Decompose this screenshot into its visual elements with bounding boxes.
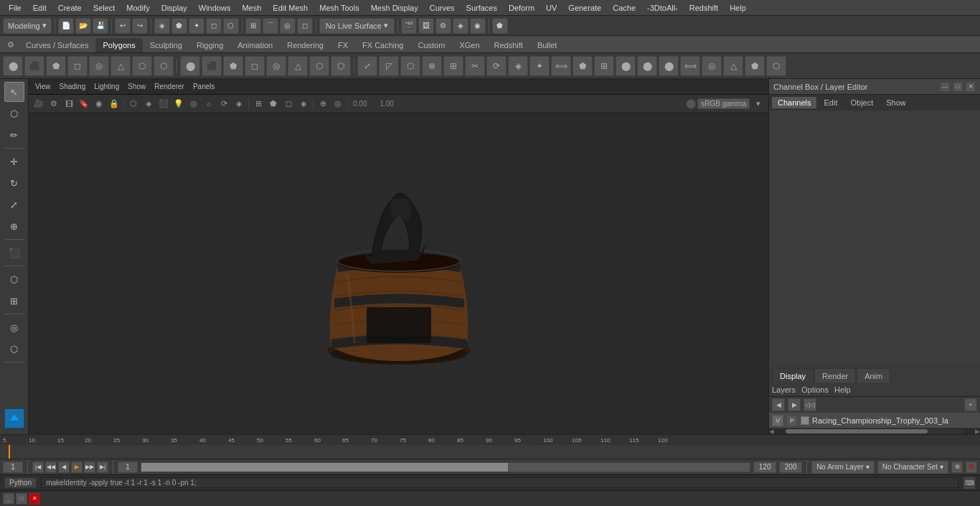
shelf-tab-polygons[interactable]: Polygons [95,38,142,52]
poly-disk-icon[interactable]: ⬡ [132,56,152,76]
play-forward-button[interactable]: ▶ [71,462,83,473]
color-space-icon[interactable] [686,99,696,109]
select-mode-button[interactable]: ◻ [206,18,222,34]
motion-blur-icon[interactable]: ⟳ [217,97,231,111]
panel-minimize-button[interactable]: — [940,82,950,92]
shelf-tab-rendering[interactable]: Rendering [280,38,331,52]
play-back-button[interactable]: ◀ [58,462,70,473]
smooth-icon[interactable]: ◎ [702,56,722,76]
measure-lt[interactable]: ◎ [4,317,24,337]
menu-cache[interactable]: Cache [607,2,641,14]
mirror-icon[interactable]: ⟺ [680,56,700,76]
menu-generate[interactable]: Generate [562,2,607,14]
menu-redshift[interactable]: Redshift [684,2,724,14]
snap-grid-button[interactable]: ⊞ [245,18,261,34]
playback-end-input[interactable] [779,462,802,473]
vp-lighting-menu[interactable]: Lighting [90,82,123,91]
nurbs-cyl-icon[interactable]: ⬟ [223,56,243,76]
menu-windows[interactable]: Windows [193,2,237,14]
shelf-tab-xgen[interactable]: XGen [452,38,486,52]
vp-renderer-menu[interactable]: Renderer [151,82,188,91]
offset-loop-icon[interactable]: ◈ [508,56,528,76]
annotation-lt[interactable]: ⬡ [4,339,24,359]
layers-menu[interactable]: Layers [772,385,796,394]
dof-icon[interactable]: ◈ [232,97,246,111]
live-surface-button[interactable]: No Live Surface ▾ [319,18,395,34]
timeline-ruler[interactable]: 5 10 15 20 25 30 35 40 45 50 55 60 65 70… [0,435,980,445]
rotate-tool-lt[interactable]: ↻ [4,173,24,193]
maya-icon-lt[interactable] [4,408,24,428]
layer-scroll[interactable]: ◀ ▶ [769,428,980,434]
playback-range-slider[interactable] [141,462,750,472]
snap-view-button[interactable]: ◻ [297,18,313,34]
bool-diff-icon[interactable]: ⬤ [637,56,657,76]
save-file-button[interactable]: 💾 [93,18,108,34]
prev-layer-button[interactable]: ◀ [772,398,785,411]
layers-help-menu[interactable]: Help [834,385,851,394]
menu-file[interactable]: File [3,2,27,14]
isolate-icon[interactable]: ◎ [331,97,345,111]
bookmark-icon[interactable]: 🔖 [77,97,91,111]
shelf-tab-fx-caching[interactable]: FX Caching [355,38,410,52]
grid-icon[interactable]: ⊞ [251,97,265,111]
layer-playback-toggle[interactable]: P [786,415,798,426]
snap-point-button[interactable]: ◎ [280,18,296,34]
xray-icon[interactable]: ◻ [281,97,296,111]
nurbs-sphere-icon[interactable]: ⬤ [180,56,200,76]
menu-curves[interactable]: Curves [424,2,461,14]
new-layer-button[interactable]: + [964,398,977,411]
split-icon[interactable]: ✂ [465,56,485,76]
wireframe-icon[interactable]: ⬡ [126,97,141,111]
menu-display[interactable]: Display [156,2,193,14]
layer-scrollbar-track[interactable] [786,429,963,434]
step-back-button[interactable]: ◀◀ [45,462,57,473]
ipr-button[interactable]: 🖼 [418,18,434,34]
shelf-tab-custom[interactable]: Custom [411,38,453,52]
menu-deform[interactable]: Deform [503,2,540,14]
poly-cube-icon[interactable]: ⬛ [24,56,44,76]
light-icon[interactable]: 💡 [171,97,186,111]
close-window-button[interactable]: ✕ [29,493,40,505]
no-character-set-dropdown[interactable]: No Character Set ▾ [877,461,948,474]
range-start-input[interactable] [118,462,138,473]
vp-panels-menu[interactable]: Panels [189,82,219,91]
show-manip-lt[interactable]: ⬡ [4,269,24,289]
snap-curve-button[interactable]: ⌒ [263,18,278,34]
timeline-bar[interactable] [0,445,980,459]
range-end-input[interactable] [753,462,776,473]
menu-surfaces[interactable]: Surfaces [461,2,503,14]
language-selector[interactable]: Python [4,477,37,488]
layer-visibility-toggle[interactable]: V [772,415,783,426]
poly-cylinder-icon[interactable]: ⬟ [46,56,66,76]
panel-close-button[interactable]: ✕ [966,82,976,92]
select-cam-icon[interactable]: ◉ [92,97,106,111]
menu-edit[interactable]: Edit [27,2,52,14]
object-tab[interactable]: Object [844,97,879,108]
menu-mesh-display[interactable]: Mesh Display [365,2,424,14]
shelf-settings-icon[interactable]: ⚙ [3,37,19,52]
weld-icon[interactable]: ⊞ [443,56,463,76]
poly-pipe-icon[interactable]: ⬡ [154,56,174,76]
go-to-end-button[interactable]: ▶| [97,462,108,473]
autokey-button[interactable]: ⦿ [966,462,977,473]
color-space-dropdown-icon[interactable]: ▾ [751,97,765,111]
next-layer-button[interactable]: ▶ [788,398,801,411]
shelf-tab-rigging[interactable]: Rigging [189,38,230,52]
render-scene-button[interactable]: 🎬 [401,18,417,34]
nurbs-disk-icon[interactable]: ⬡ [309,56,329,76]
snap-together-lt[interactable]: ⊞ [4,291,24,311]
edit-tab[interactable]: Edit [818,97,843,108]
menu-help[interactable]: Help [724,2,752,14]
smooth-shade-icon[interactable]: ◈ [141,97,156,111]
nurbs-plane-icon[interactable]: ◻ [245,56,265,76]
remesh-icon[interactable]: ⬟ [745,56,765,76]
insert-loop-icon[interactable]: ⟳ [486,56,507,76]
paint-select-button[interactable]: ✦ [189,18,204,34]
move-tool-lt[interactable]: ✛ [4,151,24,172]
shelf-tab-animation[interactable]: Animation [230,38,280,52]
poly-sphere-icon[interactable]: ⬤ [3,56,23,76]
scale-tool-lt[interactable]: ⤢ [4,195,24,215]
paint-select-lt[interactable]: ✏ [4,125,24,145]
menu-uv[interactable]: UV [540,2,562,14]
nurbs-cone-icon[interactable]: △ [288,56,308,76]
